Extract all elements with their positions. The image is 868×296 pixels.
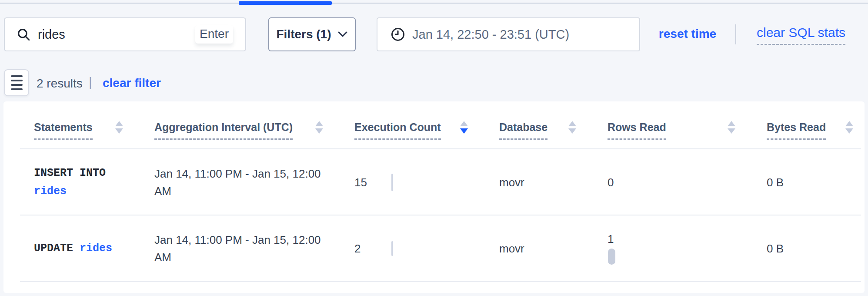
bytes-read-cell: 0 B <box>767 176 865 189</box>
filters-button-label: Filters (1) <box>276 27 331 41</box>
rows-read-cell: 0 <box>608 176 767 189</box>
execution-count-value: 15 <box>354 176 391 189</box>
enter-key-hint: Enter <box>195 25 233 44</box>
column-header-statements[interactable]: Statements <box>34 121 154 149</box>
database-cell: movr <box>499 242 608 256</box>
rows-read-bar <box>608 249 615 265</box>
table-header-row: Statements Aggregation Interval (UTC) Ex… <box>3 101 865 149</box>
column-header-label[interactable]: Bytes Read <box>767 121 826 140</box>
table-row: INSERT INTO rides Jan 14, 11:00 PM - Jan… <box>3 149 865 215</box>
results-count: 2 results <box>37 77 83 91</box>
statement-link[interactable]: rides <box>80 242 112 255</box>
results-divider: | <box>89 75 92 90</box>
column-header-bytes-read[interactable]: Bytes Read <box>767 121 865 149</box>
statement-keyword: UPDATE <box>34 242 73 255</box>
aggregation-interval-cell: Jan 14, 11:00 PM - Jan 15, 12:00 AM <box>154 231 328 266</box>
sort-icon[interactable] <box>115 121 123 134</box>
column-header-label[interactable]: Execution Count <box>354 121 441 140</box>
column-header-database[interactable]: Database <box>499 121 608 149</box>
statement-link[interactable]: rides <box>34 185 67 198</box>
search-input[interactable] <box>38 27 195 42</box>
execution-count-bar <box>391 174 393 191</box>
search-icon <box>16 27 31 42</box>
time-range-label: Jan 14, 22:50 - 23:51 (UTC) <box>412 27 569 42</box>
toolbar-divider <box>735 24 736 44</box>
execution-count-value: 2 <box>354 242 391 256</box>
statement-cell: INSERT INTO rides <box>34 164 130 201</box>
column-header-execution-count[interactable]: Execution Count <box>354 121 499 149</box>
time-range-picker[interactable]: Jan 14, 22:50 - 23:51 (UTC) <box>377 17 640 51</box>
tab-bar-baseline <box>0 3 868 4</box>
execution-count-cell: 15 <box>354 174 499 191</box>
statement-cell: UPDATE rides <box>34 239 130 258</box>
statement-search-box[interactable]: Enter <box>4 17 246 51</box>
sort-icon-active-desc[interactable] <box>460 121 468 134</box>
clear-filter-link[interactable]: clear filter <box>103 76 161 90</box>
column-header-label[interactable]: Aggregation Interval (UTC) <box>154 121 293 140</box>
bytes-read-cell: 0 B <box>767 242 865 256</box>
column-header-label[interactable]: Rows Read <box>608 121 666 140</box>
filters-dropdown-button[interactable]: Filters (1) <box>268 17 356 51</box>
rows-read-cell: 1 <box>608 232 767 265</box>
database-cell: movr <box>499 176 608 189</box>
sort-icon[interactable] <box>728 121 735 134</box>
rows-read-value: 0 <box>608 176 614 189</box>
column-header-label[interactable]: Statements <box>34 121 93 140</box>
clock-icon <box>391 27 405 42</box>
statement-keyword: INSERT INTO <box>34 167 106 179</box>
table-row: UPDATE rides Jan 14, 11:00 PM - Jan 15, … <box>3 215 865 282</box>
menu-lines-icon <box>11 75 23 90</box>
active-tab-underline <box>239 1 332 5</box>
reset-time-link[interactable]: reset time <box>658 27 717 41</box>
statements-table-card: Statements Aggregation Interval (UTC) Ex… <box>3 101 865 293</box>
sort-icon[interactable] <box>568 121 576 134</box>
column-header-label[interactable]: Database <box>499 121 548 140</box>
execution-count-cell: 2 <box>354 241 499 256</box>
sort-icon[interactable] <box>845 121 853 134</box>
chevron-down-icon <box>337 31 348 38</box>
rows-read-value: 1 <box>608 232 614 246</box>
execution-count-bar <box>391 241 393 256</box>
column-header-aggregation-interval[interactable]: Aggregation Interval (UTC) <box>154 121 354 149</box>
clear-sql-stats-link[interactable]: clear SQL stats <box>757 25 845 45</box>
sort-icon[interactable] <box>315 121 323 134</box>
aggregation-interval-cell: Jan 14, 11:00 PM - Jan 15, 12:00 AM <box>154 165 328 200</box>
column-selector-button[interactable] <box>4 69 29 96</box>
column-header-rows-read[interactable]: Rows Read <box>608 121 767 149</box>
